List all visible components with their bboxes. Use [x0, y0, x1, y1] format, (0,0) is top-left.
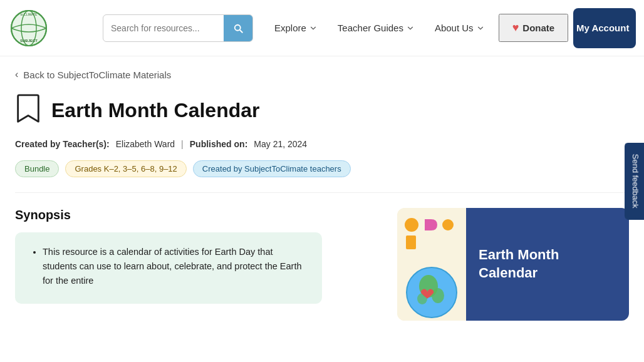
- synopsis-text: This resource is a calendar of activitie…: [43, 245, 307, 289]
- explore-chevron-icon: [309, 24, 318, 33]
- card-bracket: [406, 235, 416, 249]
- donate-button[interactable]: ♥ Donate: [499, 14, 569, 42]
- teacher-guides-label: Teacher Guides: [338, 23, 403, 33]
- logo-icon: SUBJECT to CLIMATE: [10, 9, 48, 47]
- svg-text:SUBJECT: SUBJECT: [20, 39, 38, 43]
- tags-row: Bundle Grades K–2, 3–5, 6–8, 9–12 Create…: [15, 160, 629, 177]
- breadcrumb: ‹ Back to SubjectToClimate Materials: [0, 56, 644, 86]
- resource-card: Earth Month Calendar: [397, 208, 629, 321]
- breadcrumb-link[interactable]: Back to SubjectToClimate Materials: [23, 70, 171, 80]
- resource-header: Earth Month Calendar: [15, 93, 629, 128]
- main-section: Synopsis This resource is a calendar of …: [15, 208, 629, 321]
- svg-point-7: [432, 288, 444, 303]
- teacher-guides-chevron-icon: [406, 24, 415, 33]
- author-name: Elizabeth Ward: [116, 139, 175, 149]
- svg-text:to CLIMATE: to CLIMATE: [21, 13, 38, 16]
- search-input[interactable]: [103, 15, 224, 41]
- teacher-guides-nav-item[interactable]: Teacher Guides: [329, 18, 423, 38]
- resource-title: Earth Month Calendar: [51, 99, 259, 122]
- navbar: SUBJECT to CLIMATE Explore Teacher Guide…: [0, 0, 644, 56]
- about-us-chevron-icon: [476, 24, 485, 33]
- about-us-label: About Us: [435, 23, 474, 33]
- synopsis-title: Synopsis: [15, 208, 382, 222]
- page-content: Earth Month Calendar Created by Teacher(…: [0, 86, 644, 321]
- my-account-button[interactable]: My Account: [573, 8, 636, 48]
- bundle-tag[interactable]: Bundle: [15, 160, 59, 177]
- my-account-label: My Account: [576, 23, 629, 33]
- orange-dot: [405, 218, 418, 232]
- created-by-tag[interactable]: Created by SubjectToClimate teachers: [193, 160, 351, 177]
- card-decoration: [397, 208, 466, 321]
- explore-label: Explore: [274, 23, 306, 33]
- search-button[interactable]: [224, 15, 252, 41]
- grades-tag[interactable]: Grades K–2, 3–5, 6–8, 9–12: [65, 160, 186, 177]
- card-d-shape: [422, 218, 439, 232]
- bookmark-icon: [15, 93, 41, 128]
- published-date: May 21, 2024: [254, 139, 307, 149]
- meta-divider: |: [181, 139, 184, 149]
- explore-nav-item[interactable]: Explore: [266, 18, 326, 38]
- card-title-banner: Earth Month Calendar: [466, 208, 629, 321]
- heart-icon: ♥: [512, 21, 519, 34]
- section-divider: [15, 192, 629, 193]
- card-title: Earth Month Calendar: [479, 246, 559, 282]
- donate-label: Donate: [522, 23, 554, 33]
- breadcrumb-back-icon: ‹: [15, 69, 18, 80]
- small-dot: [442, 219, 454, 230]
- card-dots: [405, 218, 454, 232]
- search-bar: [103, 14, 253, 42]
- synopsis-section: Synopsis This resource is a calendar of …: [15, 208, 382, 304]
- nav-links: Explore Teacher Guides About Us: [266, 18, 494, 38]
- logo[interactable]: SUBJECT to CLIMATE: [10, 9, 98, 47]
- globe-image: [403, 264, 460, 321]
- search-icon: [232, 23, 244, 34]
- send-feedback-button[interactable]: Send feedback: [625, 143, 644, 220]
- about-us-nav-item[interactable]: About Us: [426, 18, 494, 38]
- published-label: Published on:: [190, 139, 248, 149]
- synopsis-box: This resource is a calendar of activitie…: [15, 232, 322, 304]
- created-by-label: Created by Teacher(s):: [15, 139, 110, 149]
- meta-row: Created by Teacher(s): Elizabeth Ward | …: [15, 139, 629, 149]
